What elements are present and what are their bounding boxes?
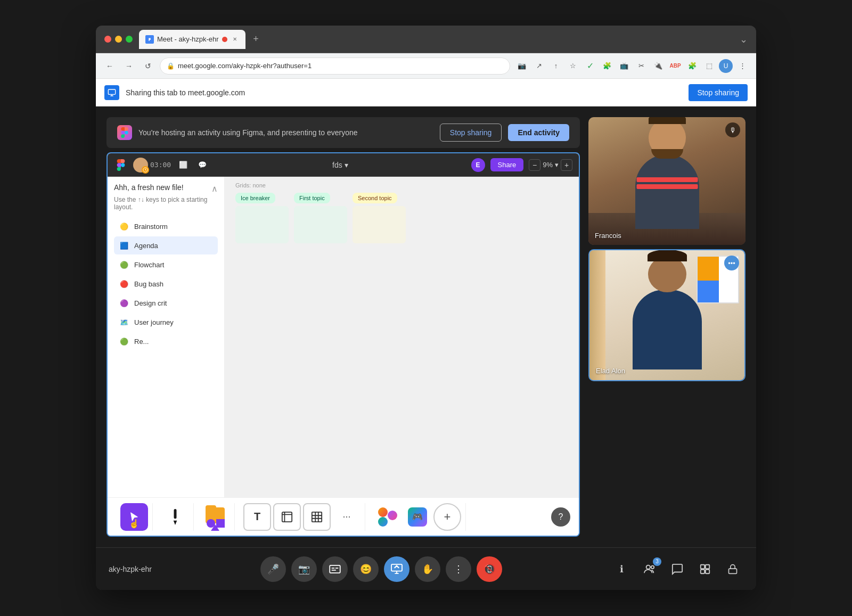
raise-hand-button[interactable]: ✋: [415, 556, 440, 582]
user-avatar[interactable]: U: [719, 59, 733, 73]
extension-icon-2[interactable]: 📺: [617, 59, 632, 73]
re-icon: 🟢: [119, 336, 129, 346]
svg-rect-14: [706, 569, 709, 573]
svg-rect-11: [701, 564, 704, 568]
template-design-crit[interactable]: 🟣 Design crit: [114, 294, 218, 312]
video-tile-francois: 🎙 Francois: [588, 117, 746, 245]
meeting-info-button[interactable]: ℹ: [611, 558, 633, 580]
pen-tool-button[interactable]: [161, 503, 189, 531]
figma-layout-icon[interactable]: ⬜: [176, 158, 190, 172]
cast-icon[interactable]: 📷: [514, 59, 529, 73]
zoom-out-button[interactable]: −: [529, 159, 540, 171]
canvas-card-ice-breaker: Ice breaker: [235, 193, 275, 203]
activity-text: You're hosting an activity using Figma, …: [138, 128, 433, 137]
more-tools-button[interactable]: ···: [333, 503, 361, 531]
template-flowchart[interactable]: 🟢 Flowchart: [114, 256, 218, 274]
extension-icon-4[interactable]: 🔌: [651, 59, 666, 73]
extension-icon-abp[interactable]: ABP: [668, 59, 683, 73]
present-button[interactable]: [384, 556, 409, 582]
zoom-in-button[interactable]: +: [561, 159, 572, 171]
figma-zoom-controls: − 9% ▾ +: [529, 159, 572, 171]
user-journey-icon: 🗺️: [119, 317, 129, 327]
canvas-area-first: [294, 206, 347, 243]
external-link-icon[interactable]: ↗: [531, 59, 546, 73]
chrome-menu-icon[interactable]: ⋮: [735, 59, 750, 73]
lock-button[interactable]: [722, 558, 743, 580]
table-tool-button[interactable]: [303, 503, 331, 531]
figma-comment-icon[interactable]: 💬: [195, 158, 209, 172]
template-design-crit-label: Design crit: [134, 299, 167, 307]
figma-share-button[interactable]: Share: [490, 158, 524, 171]
toolbar-icons: 📷 ↗ ↑ ☆ ✓ 🧩 📺 ✂ 🔌 ABP 🧩 ⬚ U ⋮: [514, 59, 750, 73]
activities-button[interactable]: [694, 558, 716, 580]
template-user-journey-label: User journey: [134, 318, 174, 326]
puzzle-icon[interactable]: 🧩: [685, 59, 700, 73]
template-bug-bash-label: Bug bash: [134, 280, 163, 288]
captions-button[interactable]: [322, 556, 348, 582]
end-activity-button[interactable]: End activity: [508, 124, 569, 141]
select-tool-button[interactable]: ☝: [120, 503, 148, 531]
tab-close-button[interactable]: ✕: [231, 35, 239, 44]
microphone-button[interactable]: 🎤: [260, 556, 286, 582]
figma-canvas[interactable]: Grids: none Ice breaker First topic Seco…: [225, 177, 579, 497]
sharing-bar: Sharing this tab to meet.google.com Stop…: [96, 79, 756, 106]
template-agenda[interactable]: 🟦 Agenda: [114, 236, 218, 254]
new-tab-button[interactable]: +: [249, 32, 264, 47]
google-password-icon[interactable]: ✓: [583, 59, 597, 73]
template-brainstorm[interactable]: 🟡 Brainstorm: [114, 217, 218, 235]
chat-button[interactable]: [667, 558, 688, 580]
frame-tool-button[interactable]: [273, 503, 301, 531]
help-button[interactable]: ?: [551, 507, 570, 527]
template-brainstorm-label: Brainstorm: [134, 223, 168, 231]
refresh-button[interactable]: ↺: [141, 59, 155, 73]
end-call-button[interactable]: 📵: [477, 556, 502, 582]
svg-point-10: [651, 565, 654, 569]
address-bar[interactable]: 🔒 meet.google.com/aky-hzpk-ehr?authuser=…: [160, 58, 510, 75]
widget-2-button[interactable]: 🎮: [404, 503, 431, 531]
chrome-stop-sharing-button[interactable]: Stop sharing: [689, 84, 748, 101]
window-menu-icon[interactable]: ⌄: [740, 34, 748, 45]
text-tool-button[interactable]: T: [243, 503, 271, 531]
extension-icon-1[interactable]: 🧩: [600, 59, 615, 73]
sidebar-icon[interactable]: ⬚: [702, 59, 717, 73]
browser-toolbar: ← → ↺ 🔒 meet.google.com/aky-hzpk-ehr?aut…: [96, 53, 756, 79]
figma-filename[interactable]: fds ▾: [215, 161, 465, 169]
svg-rect-5: [282, 512, 292, 521]
svg-rect-3: [174, 509, 177, 519]
back-button[interactable]: ←: [102, 59, 117, 73]
template-re[interactable]: 🟢 Re...: [114, 332, 218, 350]
tab-bar: Meet - aky-hzpk-ehr ✕ +: [139, 30, 733, 49]
widget-1-button[interactable]: [374, 503, 402, 531]
bookmark-icon[interactable]: ☆: [566, 59, 580, 73]
canvas-area-ice: [235, 206, 289, 243]
figma-sidebar-close-icon[interactable]: ∧: [211, 184, 218, 194]
stop-sharing-meet-button[interactable]: Stop sharing: [440, 124, 502, 142]
figma-sidebar: Ahh, a fresh new file! ∧ Use the ↑↓ keys…: [108, 177, 225, 497]
forward-button[interactable]: →: [121, 59, 136, 73]
add-widget-button[interactable]: +: [433, 503, 461, 531]
share-icon[interactable]: ↑: [548, 59, 563, 73]
template-user-journey[interactable]: 🗺️ User journey: [114, 313, 218, 331]
minimize-window-button[interactable]: [115, 36, 122, 43]
active-tab[interactable]: Meet - aky-hzpk-ehr ✕: [139, 30, 245, 49]
figma-logo-icon: [117, 125, 132, 140]
more-options-button[interactable]: ⋮: [446, 556, 471, 582]
design-crit-icon: 🟣: [119, 298, 129, 308]
canvas-area-second: [353, 206, 406, 243]
people-button[interactable]: 3: [639, 558, 660, 580]
figma-menu-icon[interactable]: [114, 158, 128, 172]
close-window-button[interactable]: [104, 36, 111, 43]
elad-options-button[interactable]: •••: [724, 256, 739, 270]
figma-sidebar-header: Ahh, a fresh new file!: [114, 183, 184, 192]
figma-shape-group: [198, 503, 235, 531]
template-bug-bash[interactable]: 🔴 Bug bash: [114, 275, 218, 293]
figma-widget-group: 🎮 +: [370, 503, 466, 531]
extension-icon-3[interactable]: ✂: [634, 59, 649, 73]
figma-body: Ahh, a fresh new file! ∧ Use the ↑↓ keys…: [108, 177, 579, 497]
emoji-button[interactable]: 😊: [353, 556, 379, 582]
shape-tool-button[interactable]: [202, 503, 230, 531]
camera-button[interactable]: 📷: [291, 556, 317, 582]
maximize-window-button[interactable]: [126, 36, 133, 43]
template-re-label: Re...: [134, 338, 149, 346]
meet-content: You're hosting an activity using Figma, …: [96, 106, 756, 590]
